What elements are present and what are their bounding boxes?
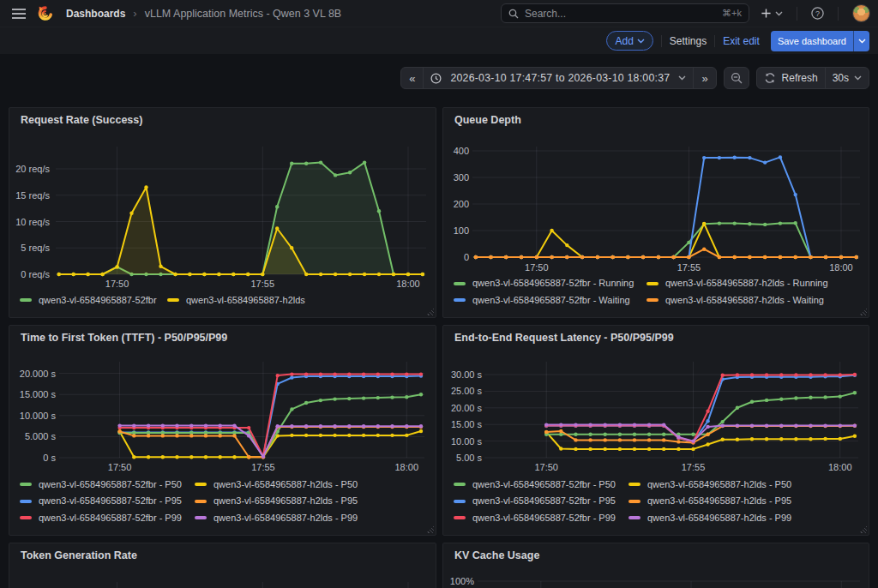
svg-text:300: 300 [454,172,469,183]
legend-item[interactable]: qwen3-vl-6584965887-h2lds - P50 [628,477,791,493]
svg-text:100: 100 [454,225,469,236]
legend-label: qwen3-vl-6584965887-h2lds - P50 [213,477,358,493]
legend-item[interactable]: qwen3-vl-6584965887-52fbr - Running [454,275,646,291]
legend-label: qwen3-vl-6584965887-52fbr - P99 [472,510,616,526]
legend-item[interactable]: qwen3-vl-6584965887-52fbr - P95 [454,493,628,509]
svg-text:25.00 s: 25.00 s [451,386,483,396]
panel-title-token-generation[interactable]: Token Generation Rate [21,549,137,561]
add-button-label: Add [615,35,633,47]
svg-text:17:55: 17:55 [251,462,275,472]
svg-text:17:50: 17:50 [525,262,549,273]
user-menu[interactable] [847,3,875,25]
legend-item[interactable]: qwen3-vl-6584965887-h2lds - Running [646,275,828,291]
legend-swatch [454,483,466,486]
chevron-down-icon [858,39,866,44]
time-forward-button[interactable]: » [693,68,715,88]
add-new-button[interactable] [755,3,788,25]
legend-item[interactable]: qwen3-vl-6584965887-52fbr - P99 [454,510,628,526]
panel-title-latency[interactable]: End-to-End Request Latency - P50/P95/P99 [454,332,674,344]
time-back-button[interactable]: « [401,68,423,88]
legend-label: qwen3-vl-6584965887-52fbr - Waiting [472,292,630,309]
legend-item[interactable]: qwen3-vl-6584965887-h2lds - Waiting [646,292,828,309]
svg-text:5.000 s: 5.000 s [25,431,57,441]
breadcrumb-dashboards[interactable]: Dashboards [66,8,125,20]
toolbar-divider [661,35,662,47]
legend-swatch [454,282,466,285]
legend-item[interactable]: qwen3-vl-6584965887-h2lds - P95 [628,493,791,509]
menu-button[interactable] [7,3,31,25]
grafana-logo[interactable] [31,3,59,25]
grafana-flame-icon [36,4,54,22]
save-dashboard-button[interactable]: Save dashboard [771,31,853,51]
panel-title-request-rate[interactable]: Request Rate (Success) [21,114,142,126]
chevron-down-icon [775,11,783,16]
svg-text:0 req/s: 0 req/s [21,269,50,279]
search-icon [508,9,519,19]
refresh-interval-picker[interactable]: 30s [825,68,869,88]
svg-text:20.000 s: 20.000 s [20,369,57,379]
ttft-legend: qwen3-vl-6584965887-52fbr - P50qwen3-vl-… [20,477,358,526]
breadcrumb-separator: › [133,7,136,20]
svg-text:17:50: 17:50 [105,279,129,289]
edit-toolbar: Add Settings Exit edit Save dashboard [0,27,878,54]
legend-item[interactable]: qwen3-vl-6584965887-52fbr - P50 [454,477,628,493]
panel-request-rate: Request Rate (Success) 17:5017:5518:000 … [9,107,436,318]
legend-label: qwen3-vl-6584965887-52fbr - P50 [472,477,616,493]
save-dashboard-dropdown[interactable] [853,31,869,51]
svg-text:18:00: 18:00 [829,262,853,273]
panel-title-kv-cache[interactable]: KV Cache Usage [454,549,539,561]
add-button[interactable]: Add [606,31,652,51]
legend-label: qwen3-vl-6584965887-52fbr - P95 [472,493,616,509]
panel-title-queue-depth[interactable]: Queue Depth [454,114,521,126]
settings-button[interactable]: Settings [670,35,707,47]
request-rate-plot[interactable]: 17:5017:5518:000 req/s5 req/s10 req/s15 … [9,108,436,319]
legend-label: qwen3-vl-6584965887-52fbr - P50 [39,477,182,493]
avatar [852,4,870,22]
legend-item[interactable]: qwen3-vl-6584965887-h2lds - P50 [195,477,358,493]
svg-text:10.00 s: 10.00 s [451,436,483,447]
exit-edit-button[interactable]: Exit edit [723,35,760,47]
panel-kv-cache: KV Cache Usage 100% [442,543,869,588]
chevron-down-icon [678,75,686,81]
svg-text:17:55: 17:55 [251,279,275,289]
hamburger-icon [12,9,26,19]
svg-text:15.00 s: 15.00 s [451,419,483,429]
legend-item[interactable]: qwen3-vl-6584965887-52fbr - P99 [20,510,195,526]
legend-label: qwen3-vl-6584965887-52fbr [39,292,157,309]
nav-divider [797,7,797,21]
request-rate-legend: qwen3-vl-6584965887-52fbrqwen3-vl-658496… [20,292,305,309]
svg-text:18:00: 18:00 [396,279,420,289]
refresh-icon [764,72,776,84]
panel-title-ttft[interactable]: Time to First Token (TTFT) - P50/P95/P99 [21,332,227,344]
svg-text:400: 400 [454,146,469,156]
legend-swatch [195,500,207,503]
help-button[interactable]: ? [806,3,829,25]
legend-swatch [646,298,658,302]
refresh-button[interactable]: Refresh [757,68,825,88]
zoom-out-icon [731,72,743,84]
legend-item[interactable]: qwen3-vl-6584965887-h2lds - P95 [195,493,358,509]
legend-label: qwen3-vl-6584965887-h2lds - P99 [647,510,791,526]
svg-text:18:00: 18:00 [828,462,852,472]
legend-item[interactable]: qwen3-vl-6584965887-h2lds - P99 [195,510,358,526]
svg-text:18:00: 18:00 [394,462,418,472]
refresh-group: Refresh 30s [756,67,869,89]
legend-swatch [454,500,466,503]
legend-item[interactable]: qwen3-vl-6584965887-52fbr - Waiting [454,292,646,309]
zoom-out-button[interactable] [724,67,749,89]
svg-text:10.000 s: 10.000 s [20,411,57,421]
search-input[interactable]: Search... ⌘+k [501,3,749,23]
legend-item[interactable]: qwen3-vl-6584965887-h2lds [167,292,305,309]
svg-text:0 s: 0 s [43,453,56,463]
svg-text:17:50: 17:50 [534,462,558,472]
legend-item[interactable]: qwen3-vl-6584965887-h2lds - P99 [628,510,791,526]
queue-depth-legend: qwen3-vl-6584965887-52fbr - Runningqwen3… [454,275,828,309]
legend-item[interactable]: qwen3-vl-6584965887-52fbr [20,292,167,309]
legend-item[interactable]: qwen3-vl-6584965887-52fbr - P95 [20,493,195,509]
svg-text:30.00 s: 30.00 s [451,369,483,380]
legend-label: qwen3-vl-6584965887-52fbr - P95 [39,493,182,509]
svg-text:15.000 s: 15.000 s [20,389,57,399]
legend-label: qwen3-vl-6584965887-h2lds - Running [665,275,828,291]
legend-item[interactable]: qwen3-vl-6584965887-52fbr - P50 [20,477,195,493]
time-range-picker[interactable]: 2026-03-10 17:47:57 to 2026-03-10 18:00:… [423,68,693,88]
